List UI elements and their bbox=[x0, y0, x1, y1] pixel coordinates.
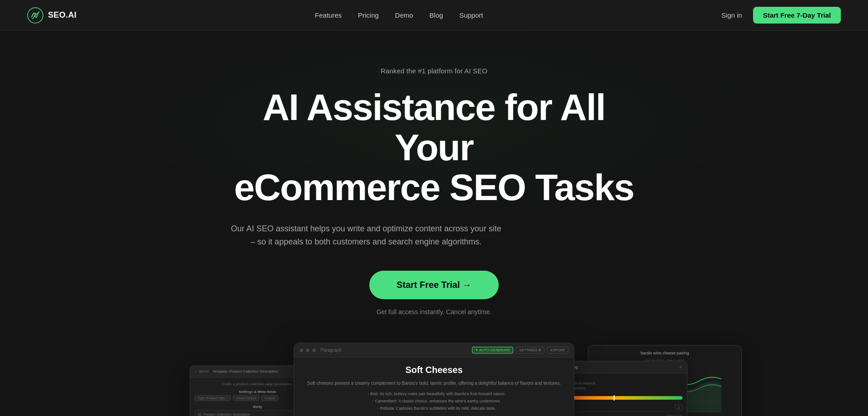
toolbar-dot-3 bbox=[312, 349, 316, 352]
nav-item-support[interactable]: Support bbox=[459, 11, 483, 19]
hero-title: AI Assistance for All Your eCommerce SEO… bbox=[230, 87, 638, 208]
doc-bullet-1: Brie: Its rich, buttery notes pair beaut… bbox=[310, 390, 563, 397]
nav-item-pricing[interactable]: Pricing bbox=[358, 11, 379, 19]
hero-badge: Ranked the #1 platform for AI SEO bbox=[230, 67, 638, 75]
contact-tag: Contact bbox=[261, 395, 278, 401]
cta-subtext: Get full access instantly. Cancel anytim… bbox=[230, 308, 638, 316]
type-tag: Type: Product Cate... bbox=[195, 395, 231, 401]
hero-section: Ranked the #1 platform for AI SEO AI Ass… bbox=[0, 31, 868, 416]
navbar: SEO.AI Features Pricing Demo Blog Suppor… bbox=[0, 0, 868, 31]
doc-title: Soft Cheeses bbox=[305, 365, 563, 375]
logo-icon bbox=[27, 7, 43, 24]
edit-icon[interactable]: ✎ bbox=[679, 365, 682, 369]
metric-badge-1: △ bbox=[675, 405, 682, 410]
template-label: Template: Product Collection Description bbox=[213, 369, 278, 373]
main-editor: Paragraph ✦ AUTO-GENERATE SETTINGS ⚙ EXP… bbox=[294, 343, 574, 416]
nav-item-blog[interactable]: Blog bbox=[429, 11, 443, 19]
dashboard-preview: ← BACK Template: Product Collection Desc… bbox=[217, 343, 651, 416]
toolbar-paragraph: Paragraph bbox=[320, 348, 342, 353]
nav-item-features[interactable]: Features bbox=[315, 11, 342, 19]
hero-title-line1: AI Assistance for All Your bbox=[263, 86, 606, 168]
logo[interactable]: SEO.AI bbox=[27, 7, 76, 24]
nav-item-demo[interactable]: Demo bbox=[395, 11, 413, 19]
doc-bullet-2: Camembert: A classic choice, enhances th… bbox=[310, 397, 563, 405]
sign-in-link[interactable]: Sign in bbox=[721, 11, 742, 19]
body-item-text: Product collection description bbox=[203, 412, 250, 416]
toolbar-dot-1 bbox=[300, 349, 303, 352]
auto-generate-btn[interactable]: ✦ AUTO-GENERATE bbox=[472, 347, 513, 354]
nav-trial-button[interactable]: Start Free 7-Day Trial bbox=[753, 7, 841, 24]
hero-title-line2: eCommerce SEO Tasks bbox=[234, 167, 634, 208]
score-indicator bbox=[614, 395, 615, 401]
hero-cta-button[interactable]: Start Free Trial → bbox=[369, 271, 499, 299]
back-label: ← BACK bbox=[195, 369, 209, 373]
doc-bullet-3: Robiola: Captures Barolo's subtleties wi… bbox=[310, 405, 563, 412]
graph-title: barolo wine cheese pairing bbox=[594, 351, 736, 355]
nav-links: Features Pricing Demo Blog Support bbox=[315, 11, 483, 19]
settings-btn[interactable]: SETTINGS ⚙ bbox=[516, 347, 544, 354]
doc-intro: Soft cheeses present a creamy complement… bbox=[305, 380, 563, 387]
brand-name: SEO.AI bbox=[48, 10, 76, 20]
body-item-icon bbox=[198, 413, 201, 416]
editor-toolbar: Paragraph ✦ AUTO-GENERATE SETTINGS ⚙ EXP… bbox=[294, 343, 574, 358]
toolbar-dot-2 bbox=[306, 349, 310, 352]
export-btn[interactable]: EXPORT bbox=[547, 347, 568, 354]
nav-right: Sign in Start Free 7-Day Trial bbox=[721, 7, 841, 24]
visual-tag: Visual Content bbox=[233, 395, 259, 401]
hero-subtitle: Our AI SEO assistant helps you write and… bbox=[230, 222, 502, 249]
